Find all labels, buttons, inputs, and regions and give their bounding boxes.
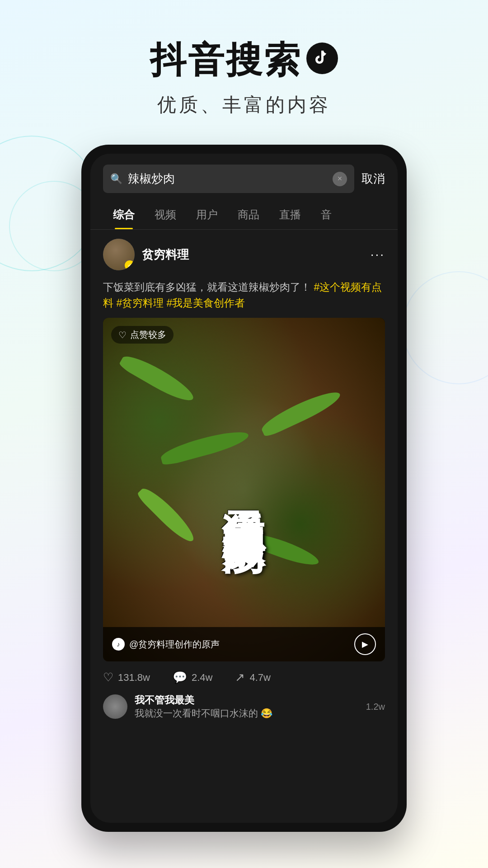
audio-info: ♪ @贫穷料理创作的原声 [112,638,220,651]
search-icon: 🔍 [110,173,122,185]
bg-decoration-3 [402,271,488,384]
avatar: ✓ [103,239,135,270]
likes-icon: ♡ [103,670,113,684]
audio-text: @贫穷料理创作的原声 [129,638,220,651]
tiktok-small-icon: ♪ [112,638,125,651]
likes-stat[interactable]: ♡ 131.8w [103,670,150,684]
post-username[interactable]: 贫穷料理 [142,247,363,263]
video-overlay-text: 勇猛的辣椒炒肉 [221,477,268,502]
phone-screen: 🔍 辣椒炒肉 × 取消 综合 视频 用户 商品 直播 [90,154,398,823]
verified-badge: ✓ [125,260,135,270]
commenter-avatar [103,694,127,719]
post-header: ✓ 贫穷料理 ··· [90,230,398,279]
stats-bar: ♡ 131.8w 💬 2.4w ↗ 4.7w [90,661,398,693]
post-body-text: 下饭菜到底有多凶猛，就看这道辣椒炒肉了！ [103,281,311,293]
tab-商品[interactable]: 商品 [228,200,269,229]
comments-icon: 💬 [173,670,187,684]
tiktok-logo-icon [306,42,338,74]
search-cancel-button[interactable]: 取消 [361,171,385,187]
post-body: 下饭菜到底有多凶猛，就看这道辣椒炒肉了！ #这个视频有点料 #贫穷料理 #我是美… [90,279,398,318]
like-badge: ♡ 点赞较多 [111,326,174,344]
video-thumbnail[interactable]: 勇猛的辣椒炒肉 ♡ 点赞较多 ♪ @贫穷料理创作的原声 ▶ [103,318,385,661]
comment-text: 我就没一次看时不咽口水沫的 😂 [135,707,272,720]
search-query: 辣椒炒肉 [128,171,327,187]
tab-用户[interactable]: 用户 [186,200,228,229]
shares-count: 4.7w [249,672,270,684]
header: 抖音搜索 优质、丰富的内容 [0,0,488,136]
tab-视频[interactable]: 视频 [145,200,186,229]
comment-preview: 我不管我最美 我就没一次看时不咽口水沫的 😂 1.2w [90,693,398,729]
search-clear-button[interactable]: × [333,172,347,186]
comment-content: 我不管我最美 我就没一次看时不咽口水沫的 😂 [135,693,272,720]
comments-count: 2.4w [192,672,212,684]
tab-直播[interactable]: 直播 [269,200,311,229]
search-bar: 🔍 辣椒炒肉 × 取消 [90,154,398,200]
app-title: 抖音搜索 [0,36,488,85]
shares-icon: ↗ [235,670,245,684]
play-button[interactable]: ▶ [354,633,376,655]
comment-likes-count: 1.2w [366,702,385,712]
like-badge-text: 点赞较多 [130,329,166,341]
comments-stat[interactable]: 💬 2.4w [173,670,212,684]
title-text: 抖音搜索 [150,36,302,85]
app-subtitle: 优质、丰富的内容 [0,92,488,118]
audio-bar: ♪ @贫穷料理创作的原声 ▶ [103,627,385,661]
tab-音[interactable]: 音 [311,200,342,229]
search-results: ✓ 贫穷料理 ··· 下饭菜到底有多凶猛，就看这道辣椒炒肉了！ #这个视频有点料… [90,230,398,729]
commenter-name: 我不管我最美 [135,693,272,707]
clear-icon: × [338,174,343,184]
more-options-icon[interactable]: ··· [371,247,385,262]
shares-stat[interactable]: ↗ 4.7w [235,670,270,684]
phone-mockup: 🔍 辣椒炒肉 × 取消 综合 视频 用户 商品 直播 [81,145,407,832]
tab-综合[interactable]: 综合 [103,200,145,229]
search-input-container[interactable]: 🔍 辣椒炒肉 × [103,165,354,193]
likes-count: 131.8w [118,672,150,684]
tabs-container: 综合 视频 用户 商品 直播 音 [90,200,398,230]
video-text-overlay: 勇猛的辣椒炒肉 [103,318,385,661]
heart-icon: ♡ [118,330,127,340]
